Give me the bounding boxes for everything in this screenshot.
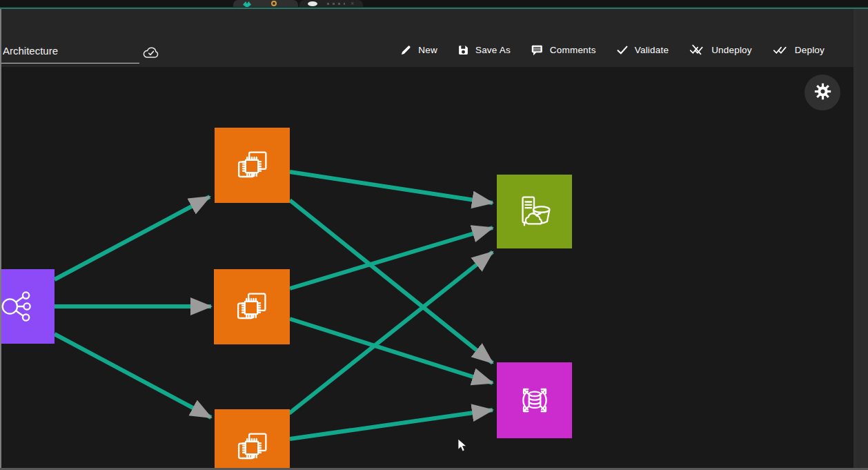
- ec2-icon: [231, 426, 274, 469]
- top-tab-1[interactable]: [233, 0, 298, 7]
- app-window: × NewSave AsCommentsValidateUndeployDepl…: [0, 0, 868, 470]
- node-compute-2[interactable]: [214, 269, 290, 344]
- pencil-icon: [400, 44, 412, 56]
- undeploy-button[interactable]: Undeploy: [689, 44, 752, 55]
- mouse-cursor: [457, 438, 468, 453]
- comments-button[interactable]: Comments: [531, 44, 596, 56]
- database-scale-icon: [513, 379, 556, 422]
- node-compute-3[interactable]: [215, 409, 290, 468]
- connection-compute-2-to-database[interactable]: [290, 319, 493, 383]
- connection-layer: [0, 67, 854, 468]
- save-as-button[interactable]: Save As: [457, 44, 511, 56]
- deploy-label: Deploy: [795, 45, 825, 55]
- connection-compute-1-to-storage[interactable]: [290, 172, 493, 203]
- save-as-label: Save As: [475, 45, 511, 55]
- node-storage[interactable]: [497, 175, 572, 248]
- app-logo-icon: [243, 1, 251, 7]
- node-load-balancer[interactable]: [0, 269, 55, 344]
- top-tab-2[interactable]: ×: [299, 0, 363, 7]
- cloud-check-icon: [142, 46, 160, 63]
- comment-icon: [531, 44, 544, 56]
- oval-badge-icon: [308, 1, 317, 6]
- comments-label: Comments: [550, 45, 596, 55]
- storage-bucket-icon: [513, 190, 556, 233]
- gear-icon: [813, 82, 832, 103]
- toolbar: NewSave AsCommentsValidateUndeployDeploy: [400, 40, 825, 59]
- node-database[interactable]: [497, 362, 572, 438]
- double-check-slash-icon: [689, 44, 705, 55]
- canvas-settings-button[interactable]: [805, 75, 840, 110]
- vertical-scrollbar[interactable]: [854, 9, 868, 470]
- connection-load-balancer-to-compute-1[interactable]: [55, 197, 210, 280]
- ec2-icon: [231, 144, 274, 187]
- validate-button[interactable]: Validate: [616, 45, 669, 55]
- close-icon[interactable]: ×: [351, 1, 356, 6]
- new-label: New: [418, 45, 437, 55]
- connection-compute-3-to-database[interactable]: [290, 410, 493, 439]
- connection-compute-1-to-database[interactable]: [290, 200, 493, 363]
- ec2-icon: [230, 286, 273, 329]
- node-compute-1[interactable]: [215, 128, 290, 203]
- connection-load-balancer-to-compute-3[interactable]: [55, 334, 211, 418]
- diagram-canvas[interactable]: [0, 67, 854, 468]
- validate-label: Validate: [635, 45, 669, 55]
- diagram-title-input[interactable]: [1, 43, 139, 63]
- deploy-button[interactable]: Deploy: [772, 44, 825, 55]
- double-check-icon: [772, 44, 789, 55]
- clock-badge-icon: [271, 1, 277, 6]
- top-tab-bar: ×: [0, 0, 868, 7]
- check-icon: [616, 45, 629, 55]
- save-icon: [457, 44, 469, 56]
- new-button[interactable]: New: [400, 44, 437, 56]
- undeploy-label: Undeploy: [711, 45, 752, 55]
- header: NewSave AsCommentsValidateUndeployDeploy: [0, 9, 854, 67]
- load-balancer-icon: [0, 285, 39, 328]
- dots-icon: [327, 3, 345, 5]
- window-left-border: [0, 9, 1, 468]
- connection-compute-3-to-storage[interactable]: [289, 252, 493, 413]
